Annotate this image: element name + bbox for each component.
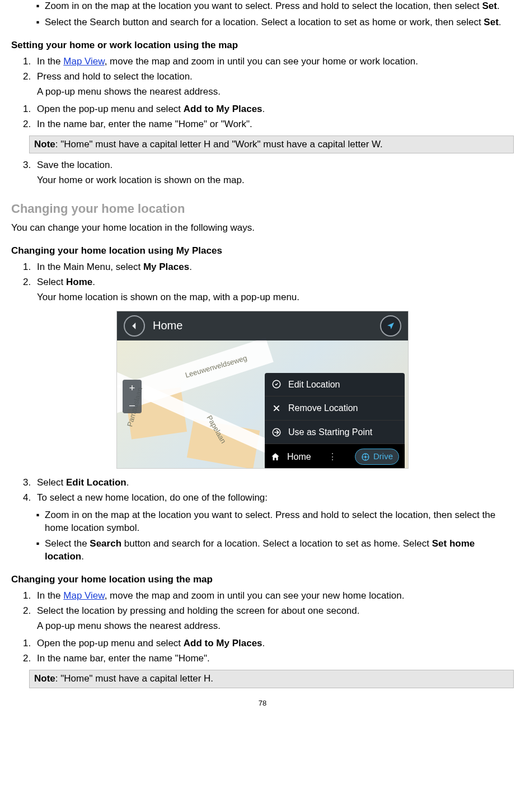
menu-starting-point[interactable]: Use as Starting Point xyxy=(265,421,405,445)
menu-label: Use as Starting Point xyxy=(288,426,372,438)
map-canvas[interactable]: Leeuwenveldseweg Papelaan Pampuslaan + –… xyxy=(117,340,408,468)
zoom-control[interactable]: + – xyxy=(123,380,142,413)
list-item: In the name bar, enter the name "Home". xyxy=(34,652,514,665)
subheading: Setting your home or work location using… xyxy=(11,39,514,52)
list-item: Select the location by pressing and hold… xyxy=(34,605,514,633)
bold-text: Set xyxy=(484,17,498,27)
text: Open the pop-up menu and select xyxy=(37,104,184,114)
svg-point-3 xyxy=(365,456,367,458)
list-item: In the name bar, enter the name "Home" o… xyxy=(34,118,514,131)
list-item: In the Map View, move the map and zoom i… xyxy=(34,55,514,68)
text: button and search for a location. Select… xyxy=(121,538,432,549)
text: In the name bar, enter the name "Home" o… xyxy=(37,119,252,129)
bold-text: Edit Location xyxy=(66,477,126,488)
text: In the Main Menu, select xyxy=(37,262,143,272)
text: . xyxy=(497,1,500,11)
text: , move the map and zoom in until you can… xyxy=(105,590,405,601)
bold-text: Add to My Places xyxy=(184,638,262,648)
text: In the xyxy=(37,56,63,67)
intro-text: You can change your home location in the… xyxy=(11,222,514,235)
ordered-list: Select Edit Location. To select a new ho… xyxy=(11,477,514,505)
ordered-list: Open the pop-up menu and select Add to M… xyxy=(11,637,514,665)
back-button[interactable] xyxy=(124,315,145,337)
location-button[interactable] xyxy=(380,315,401,337)
bold-text: Search xyxy=(90,538,121,549)
bold-text: Home xyxy=(66,277,92,287)
text: . xyxy=(499,17,501,27)
list-item: Select Home. Your home location is shown… xyxy=(34,276,514,304)
bold-text: My Places xyxy=(143,262,189,272)
section-title: Changing your home location xyxy=(11,200,514,217)
menu-label: Home xyxy=(287,451,311,463)
text: Select xyxy=(37,277,66,287)
screenshot-header: Home xyxy=(117,311,408,340)
sub-text: Your home or work location is shown on t… xyxy=(37,174,514,187)
sub-text: A pop-up menu shows the nearest address. xyxy=(37,86,514,99)
close-icon xyxy=(271,403,282,413)
list-item: Press and hold to select the location. A… xyxy=(34,71,514,99)
text: Select the xyxy=(45,538,90,549)
ordered-list: Open the pop-up menu and select Add to M… xyxy=(11,103,514,131)
bold-text: Set xyxy=(482,1,497,11)
home-map-screenshot: Leeuwenveldseweg Papelaan Pampuslaan + –… xyxy=(116,311,409,469)
text: Save the location. xyxy=(37,160,112,170)
menu-edit-location[interactable]: Edit Location xyxy=(265,373,405,397)
list-item: Open the pop-up menu and select Add to M… xyxy=(34,637,514,650)
bullet-list: Zoom in on the map at the location you w… xyxy=(11,509,514,564)
map-view-link[interactable]: Map View xyxy=(63,590,104,601)
intro-bullet-list: Zoom in on the map at the location you w… xyxy=(11,0,514,29)
subheading: Changing your home location using My Pla… xyxy=(11,245,514,258)
text: Press and hold to select the location. xyxy=(37,71,193,82)
note-text: : "Home" must have a capital letter H an… xyxy=(55,139,383,150)
text: . xyxy=(262,638,265,648)
navigate-icon xyxy=(271,427,282,437)
ordered-list: In the Main Menu, select My Places. Sele… xyxy=(11,261,514,304)
text: To select a new home location, do one of… xyxy=(37,492,268,503)
more-icon[interactable]: ⋮ xyxy=(328,451,338,463)
text: In the xyxy=(37,590,63,601)
map-view-link[interactable]: Map View xyxy=(63,56,104,67)
menu-label: Edit Location xyxy=(288,379,340,391)
bold-text: Add to My Places xyxy=(184,104,262,114)
ordered-list: In the Map View, move the map and zoom i… xyxy=(11,55,514,99)
menu-remove-location[interactable]: Remove Location xyxy=(265,396,405,421)
subheading: Changing your home location using the ma… xyxy=(11,573,514,586)
text: . xyxy=(262,104,265,114)
ordered-list: Save the location. Your home or work loc… xyxy=(11,159,514,187)
text: . xyxy=(81,551,84,562)
screenshot-title: Home xyxy=(153,318,182,333)
list-item: Select Edit Location. xyxy=(34,477,514,489)
drive-button[interactable]: Drive xyxy=(355,449,399,464)
text: . xyxy=(189,262,192,272)
text: Select the Search button and search for … xyxy=(45,17,484,27)
menu-home-row[interactable]: Home ⋮ Drive xyxy=(265,444,405,468)
list-item: In the Main Menu, select My Places. xyxy=(34,261,514,274)
note-label: Note xyxy=(34,139,55,150)
bullet-item: Select the Search button and search for … xyxy=(45,538,514,563)
list-item: Open the pop-up menu and select Add to M… xyxy=(34,103,514,116)
sub-text: Your home location is shown on the map, … xyxy=(37,291,514,304)
drive-label: Drive xyxy=(373,451,393,462)
text: . xyxy=(92,277,95,287)
list-item: Save the location. Your home or work loc… xyxy=(34,159,514,187)
text: . xyxy=(126,477,129,488)
list-item: To select a new home location, do one of… xyxy=(34,492,514,505)
text: Zoom in on the map at the location you w… xyxy=(45,1,482,11)
home-icon xyxy=(270,452,280,462)
page-number: 78 xyxy=(11,698,514,708)
text: In the name bar, enter the name "Home". xyxy=(37,653,210,664)
zoom-in-button[interactable]: + xyxy=(123,380,142,396)
text: Open the pop-up menu and select xyxy=(37,638,184,648)
bullet-item: Select the Search button and search for … xyxy=(45,16,514,29)
menu-label: Remove Location xyxy=(288,402,358,414)
sub-text: A pop-up menu shows the nearest address. xyxy=(37,620,514,633)
bullet-item: Zoom in on the map at the location you w… xyxy=(45,0,514,13)
note-label: Note xyxy=(34,673,55,684)
note-text: : "Home" must have a capital letter H. xyxy=(55,673,213,684)
edit-icon xyxy=(271,379,282,389)
context-menu: Edit Location Remove Location Use as Sta… xyxy=(265,373,405,469)
note-box: Note: "Home" must have a capital letter … xyxy=(29,670,514,688)
text: Select xyxy=(37,477,66,488)
note-box: Note: "Home" must have a capital letter … xyxy=(29,136,514,154)
zoom-out-button[interactable]: – xyxy=(123,396,142,413)
